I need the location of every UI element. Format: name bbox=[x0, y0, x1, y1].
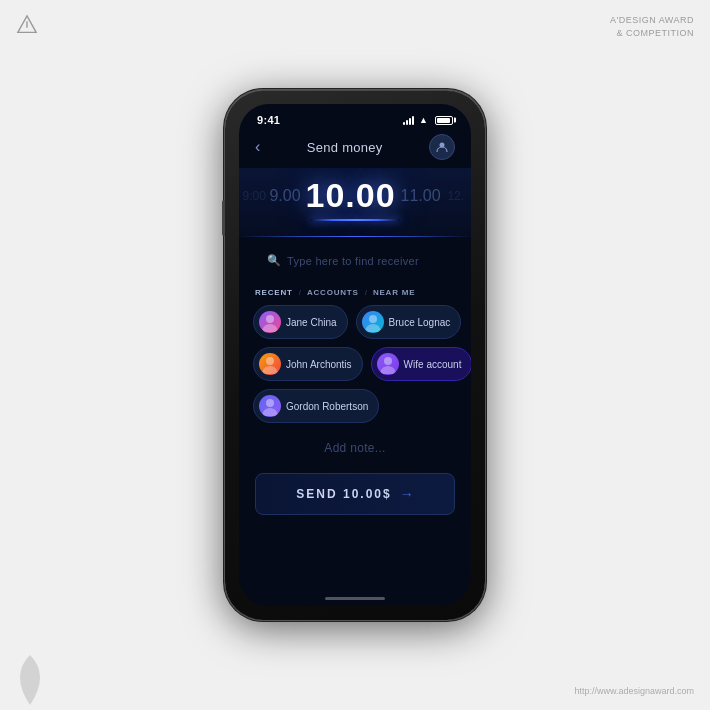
search-placeholder: Type here to find receiver bbox=[287, 255, 419, 267]
watermark-bottom: http://www.adesignaward.com bbox=[574, 686, 694, 696]
battery-icon bbox=[435, 116, 453, 125]
recipient-name-jane: Jane China bbox=[286, 317, 337, 328]
recipient-chip-bruce[interactable]: Bruce Lognac bbox=[356, 305, 462, 339]
phone-mockup: 9:41 ▲ ‹ Send money bbox=[225, 90, 485, 620]
svg-point-3 bbox=[266, 315, 274, 323]
phone-shell: 9:41 ▲ ‹ Send money bbox=[225, 90, 485, 620]
svg-point-6 bbox=[384, 357, 392, 365]
screen-title: Send money bbox=[307, 140, 383, 155]
search-area[interactable]: 🔍 Type here to find receiver bbox=[239, 237, 471, 284]
recipient-avatar-gordon bbox=[259, 395, 281, 417]
status-icons: ▲ bbox=[403, 115, 453, 125]
filter-tab-near-me[interactable]: NEAR ME bbox=[373, 288, 416, 297]
recipients-row-3: Gordon Robertson bbox=[253, 389, 457, 423]
amount-underline bbox=[310, 219, 400, 221]
decorative-drop bbox=[0, 650, 60, 710]
filter-tab-recent[interactable]: RECENT bbox=[255, 288, 293, 297]
status-time: 9:41 bbox=[257, 114, 280, 126]
amount-main: 10.00 bbox=[301, 176, 401, 215]
svg-point-7 bbox=[266, 399, 274, 407]
recipient-avatar-wife bbox=[377, 353, 399, 375]
svg-point-4 bbox=[369, 315, 377, 323]
screen-header: ‹ Send money bbox=[239, 130, 471, 168]
recipient-chip-gordon[interactable]: Gordon Robertson bbox=[253, 389, 379, 423]
glow-line bbox=[239, 236, 471, 237]
home-indicator bbox=[325, 597, 385, 600]
search-bar[interactable]: 🔍 Type here to find receiver bbox=[255, 247, 455, 274]
recipient-avatar-jane bbox=[259, 311, 281, 333]
search-icon: 🔍 bbox=[267, 254, 281, 267]
recipient-name-gordon: Gordon Robertson bbox=[286, 401, 368, 412]
recipient-chip-wife[interactable]: Wife account bbox=[371, 347, 471, 381]
amount-far-right: 12. bbox=[441, 189, 471, 203]
filter-tabs: RECENT / ACCOUNTS / NEAR ME bbox=[239, 284, 471, 305]
filter-divider-1: / bbox=[299, 288, 301, 297]
filter-divider-2: / bbox=[365, 288, 367, 297]
recipient-chip-john[interactable]: John Archontis bbox=[253, 347, 363, 381]
wifi-icon: ▲ bbox=[419, 115, 428, 125]
back-button[interactable]: ‹ bbox=[255, 138, 260, 156]
recipient-name-john: John Archontis bbox=[286, 359, 352, 370]
filter-tab-accounts[interactable]: ACCOUNTS bbox=[307, 288, 359, 297]
recipient-name-wife: Wife account bbox=[404, 359, 462, 370]
amount-display-area: 9:00 9.00 10.00 11.00 12. bbox=[239, 168, 471, 237]
profile-avatar-button[interactable] bbox=[429, 134, 455, 160]
watermark-top: A'DESIGN AWARD & COMPETITION bbox=[610, 14, 694, 39]
recipient-name-bruce: Bruce Lognac bbox=[389, 317, 451, 328]
send-button[interactable]: SEND 10.00$ → bbox=[255, 473, 455, 515]
recipients-row-1: Jane China Bruce Lognac bbox=[253, 305, 457, 339]
send-arrow-icon: → bbox=[400, 486, 414, 502]
send-button-area: SEND 10.00$ → bbox=[239, 465, 471, 529]
signal-icon bbox=[403, 116, 414, 125]
recipient-chip-jane[interactable]: Jane China bbox=[253, 305, 348, 339]
amount-right: 11.00 bbox=[401, 187, 441, 205]
phone-screen: 9:41 ▲ ‹ Send money bbox=[239, 104, 471, 606]
amount-row: 9:00 9.00 10.00 11.00 12. bbox=[239, 176, 471, 215]
amount-left: 9.00 bbox=[269, 187, 300, 205]
recipient-avatar-john bbox=[259, 353, 281, 375]
add-note[interactable]: Add note... bbox=[239, 423, 471, 465]
phone-notch bbox=[310, 104, 400, 126]
recipients-row-2: John Archontis Wife account bbox=[253, 347, 457, 381]
svg-point-5 bbox=[266, 357, 274, 365]
adesign-logo bbox=[16, 14, 38, 36]
recipient-avatar-bruce bbox=[362, 311, 384, 333]
send-button-label: SEND 10.00$ bbox=[296, 487, 391, 501]
recipients-area: Jane China Bruce Lognac bbox=[239, 305, 471, 423]
amount-far-left: 9:00 bbox=[239, 189, 269, 203]
